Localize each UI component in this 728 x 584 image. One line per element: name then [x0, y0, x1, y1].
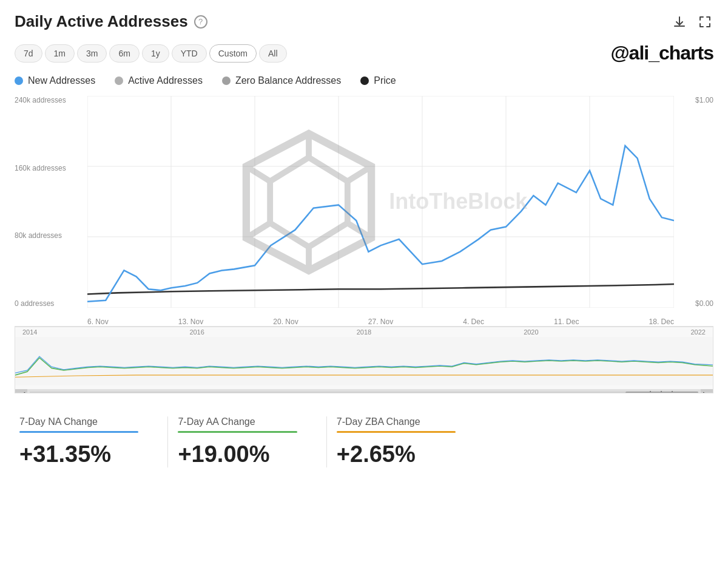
legend-price: Price [360, 75, 396, 86]
header: Daily Active Addresses ? [15, 12, 713, 31]
x-axis: 6. Nov 13. Nov 20. Nov 27. Nov 4. Dec 11… [87, 317, 674, 326]
x-label-11dec: 11. Dec [554, 317, 579, 326]
y-label-1usd: $1.00 [677, 96, 713, 104]
time-filters: 7d 1m 3m 6m 1y YTD Custom All @ali_chart… [15, 42, 713, 64]
stat-na-value: +31.35% [19, 441, 138, 467]
filter-1m[interactable]: 1m [45, 44, 75, 63]
scroll-left-arrow[interactable]: ◀ [15, 389, 27, 393]
legend-label-new-addresses: New Addresses [28, 75, 95, 86]
main-chart: 240k addresses 160k addresses 80k addres… [15, 96, 713, 327]
filter-custom[interactable]: Custom [209, 44, 257, 63]
legend-dot-price [360, 76, 369, 85]
y-axis-right: $1.00 $0.00 [677, 96, 713, 308]
x-label-18dec: 18. Dec [649, 317, 674, 326]
legend-zero-balance: Zero Balance Addresses [222, 75, 341, 86]
y-label-0usd: $0.00 [677, 299, 713, 308]
y-label-160k: 160k addresses [15, 164, 87, 172]
legend-dot-zero-balance [222, 76, 231, 85]
stat-zba-underline [337, 431, 456, 433]
stat-aa-change: 7-Day AA Change +19.00% [178, 416, 316, 467]
x-label-13nov: 13. Nov [178, 317, 203, 326]
divider-2 [326, 416, 327, 467]
legend: New Addresses Active Addresses Zero Bala… [15, 75, 713, 86]
navigator-svg [15, 337, 713, 385]
stat-zba-change: 7-Day ZBA Change +2.65% [337, 416, 475, 467]
scroll-right-arrow[interactable]: ▶ [701, 389, 713, 393]
stat-aa-value: +19.00% [178, 441, 297, 467]
chart-lines [87, 96, 674, 308]
stats-area: 7-Day NA Change +31.35% 7-Day AA Change … [15, 410, 713, 467]
stat-na-label: 7-Day NA Change [19, 416, 138, 427]
year-2014: 2014 [22, 328, 37, 336]
legend-label-active-addresses: Active Addresses [128, 75, 203, 86]
navigator-years: 2014 2016 2018 2020 2022 [15, 327, 713, 337]
filter-ytd[interactable]: YTD [172, 44, 207, 63]
filter-7d[interactable]: 7d [15, 44, 42, 63]
year-2020: 2020 [524, 328, 538, 336]
page-title: Daily Active Addresses [15, 12, 188, 31]
year-2018: 2018 [357, 328, 371, 336]
filter-6m[interactable]: 6m [109, 44, 139, 63]
filter-all[interactable]: All [259, 44, 287, 63]
divider-1 [167, 416, 168, 467]
header-right [671, 13, 713, 30]
download-button[interactable] [671, 13, 688, 30]
x-label-4dec: 4. Dec [463, 317, 484, 326]
x-label-27nov: 27. Nov [368, 317, 393, 326]
year-2016: 2016 [189, 328, 204, 336]
legend-label-price: Price [374, 75, 396, 86]
y-axis-left: 240k addresses 160k addresses 80k addres… [15, 96, 87, 308]
stat-aa-label: 7-Day AA Change [178, 416, 297, 427]
navigator-chart[interactable]: 2014 2016 2018 2020 2022 ◀ ⋮⋮⋮ ▶ [15, 327, 713, 393]
legend-label-zero-balance: Zero Balance Addresses [235, 75, 341, 86]
filter-1y[interactable]: 1y [142, 44, 169, 63]
watermark-text: @ali_charts [610, 42, 713, 64]
chart-svg-wrapper: IntoTheBlock [87, 96, 674, 308]
y-label-0: 0 addresses [15, 299, 87, 308]
page-container: Daily Active Addresses ? 7d 1m 3m 6m 1y … [0, 0, 728, 480]
stat-aa-underline [178, 431, 297, 433]
stat-na-underline [19, 431, 138, 433]
stat-zba-value: +2.65% [337, 441, 456, 467]
legend-dot-new-addresses [15, 76, 23, 85]
x-label-6nov: 6. Nov [87, 317, 109, 326]
year-2022: 2022 [691, 328, 706, 336]
help-icon[interactable]: ? [194, 15, 207, 29]
y-label-240k: 240k addresses [15, 96, 87, 104]
stat-zba-label: 7-Day ZBA Change [337, 416, 456, 427]
x-label-20nov: 20. Nov [273, 317, 298, 326]
filter-3m[interactable]: 3m [77, 44, 107, 63]
y-label-80k: 80k addresses [15, 231, 87, 240]
fullscreen-button[interactable] [696, 13, 713, 30]
legend-dot-active-addresses [115, 76, 123, 85]
header-left: Daily Active Addresses ? [15, 12, 207, 31]
legend-active-addresses: Active Addresses [115, 75, 203, 86]
legend-new-addresses: New Addresses [15, 75, 95, 86]
scrollbar-thumb[interactable]: ⋮⋮⋮ [625, 392, 698, 393]
stat-na-change: 7-Day NA Change +31.35% [15, 416, 158, 467]
